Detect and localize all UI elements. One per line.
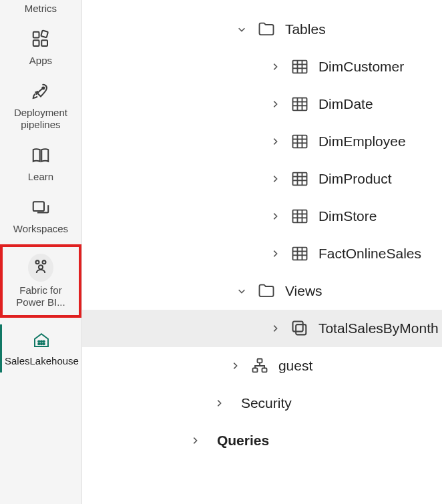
chevron-right-icon [269,137,281,146]
tree-node-view-selected[interactable]: TotalSalesByMonth [82,310,442,347]
svg-rect-35 [292,210,306,223]
nav-item-metrics[interactable]: Metrics [0,0,81,20]
svg-rect-5 [33,202,44,211]
tree-node-security[interactable]: Security [82,385,442,422]
book-icon [31,146,51,168]
chevron-down-icon [236,286,248,296]
tree-label: Views [285,283,322,299]
object-explorer-tree: Tables DimCustomer DimDate DimEmployee D… [82,0,442,504]
table-icon [290,244,309,263]
svg-point-10 [41,340,42,342]
table-icon [290,207,309,226]
chevron-right-icon [229,361,241,370]
svg-rect-3 [41,31,48,38]
tree-label: DimDate [318,96,373,112]
svg-point-12 [39,343,40,344]
svg-rect-46 [292,322,302,332]
chevron-right-icon [213,399,225,408]
nav-label: Fabric for Power BI... [5,284,76,308]
table-icon [290,170,309,188]
apps-icon [31,29,51,52]
svg-rect-47 [257,359,262,363]
people-icon [28,254,53,282]
chevron-right-icon [269,212,281,221]
tree-label: DimEmployee [318,134,406,150]
svg-point-8 [39,265,43,269]
svg-rect-48 [252,368,257,372]
svg-point-13 [41,343,42,344]
chevron-right-icon [269,249,281,258]
tree-node-tables[interactable]: Tables [82,11,442,48]
svg-rect-2 [41,40,47,46]
chevron-down-icon [236,25,248,34]
tree-label: Queries [217,433,269,449]
tree-node-table[interactable]: DimCustomer [82,48,442,85]
nav-item-fabric-power-bi[interactable]: Fabric for Power BI... [0,244,81,318]
nav-label: Learn [28,171,53,183]
svg-rect-30 [292,173,306,186]
tree-label: DimCustomer [318,59,404,75]
nav-label: Metrics [25,3,57,15]
nav-label: Workspaces [13,223,68,235]
left-nav-sidebar: Metrics Apps Deployment pipelines [0,0,82,504]
svg-rect-25 [292,136,306,148]
svg-point-11 [43,340,45,342]
nav-label: SalesLakehouse [5,355,79,367]
svg-rect-40 [292,248,306,260]
nav-item-learn[interactable]: Learn [0,140,81,188]
tree-node-table[interactable]: FactOnlineSales [82,235,442,272]
table-icon [290,95,309,113]
tree-node-table[interactable]: DimProduct [82,160,442,198]
tree-node-table[interactable]: DimEmployee [82,123,442,160]
tree-label: FactOnlineSales [318,246,421,262]
svg-rect-0 [33,32,39,38]
lakehouse-icon [31,330,51,352]
table-icon [290,57,309,76]
tree-label: Security [241,395,292,411]
svg-rect-1 [33,40,39,46]
nav-item-workspaces[interactable]: Workspaces [0,192,81,240]
svg-rect-49 [262,368,266,372]
nav-label: Deployment pipelines [3,107,79,131]
view-icon [290,319,309,338]
tree-label: guest [278,358,312,374]
svg-point-9 [39,340,40,342]
nav-item-saleslakehouse[interactable]: SalesLakehouse [0,324,81,372]
nav-item-deployment-pipelines[interactable]: Deployment pipelines [0,76,81,136]
tree-node-guest[interactable]: guest [82,347,442,385]
nav-item-apps[interactable]: Apps [0,24,81,72]
table-icon [290,132,309,151]
svg-point-14 [43,343,45,344]
chevron-right-icon [269,324,281,333]
tree-node-table[interactable]: DimStore [82,198,442,235]
tree-node-queries[interactable]: Queries [82,422,442,459]
chevron-right-icon [269,99,281,109]
folder-icon [257,282,276,300]
chevron-right-icon [189,436,201,445]
nav-label: Apps [29,55,52,67]
chevron-right-icon [269,174,281,184]
chevron-right-icon [269,62,281,71]
tree-label: Tables [285,21,326,37]
folder-icon [257,20,276,39]
tree-label: DimProduct [318,171,392,187]
tree-label: DimStore [318,208,377,224]
tree-label: TotalSalesByMonth [318,320,439,336]
svg-rect-20 [292,98,306,111]
svg-point-6 [35,260,39,264]
rocket-icon [31,81,51,104]
svg-rect-15 [292,61,306,73]
workspaces-icon [31,198,51,220]
svg-point-7 [42,260,45,264]
svg-rect-45 [296,324,306,334]
schema-icon [250,356,269,375]
tree-node-views[interactable]: Views [82,272,442,310]
tree-node-table[interactable]: DimDate [82,85,442,123]
